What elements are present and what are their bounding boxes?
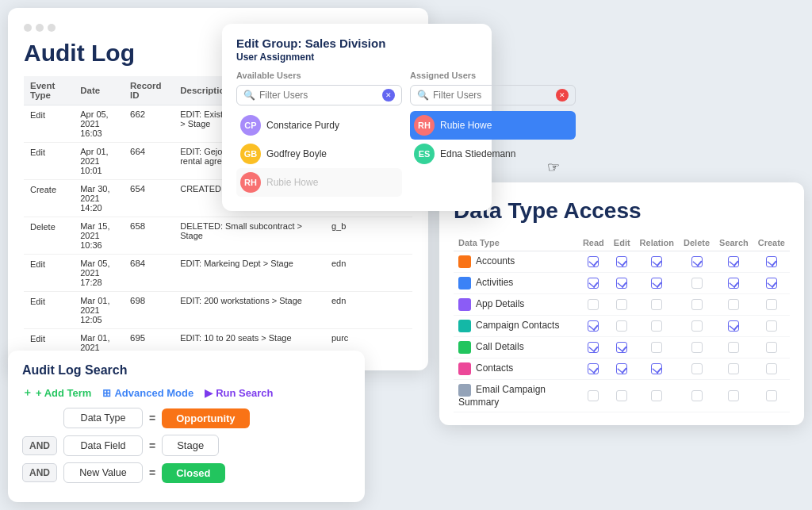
dt-search-cell[interactable] (714, 273, 753, 294)
search-checkbox[interactable] (728, 342, 739, 353)
dt-edit-cell[interactable] (609, 294, 635, 316)
dt-create-cell[interactable] (753, 273, 790, 294)
add-term-button[interactable]: ＋ + Add Term (22, 385, 91, 400)
dt-read-cell[interactable] (578, 251, 609, 273)
dt-edit-cell[interactable] (609, 337, 635, 359)
dt-delete-cell[interactable] (679, 294, 714, 316)
search-checkbox[interactable] (728, 320, 739, 332)
assigned-filter-clear[interactable]: ✕ (556, 89, 569, 102)
assigned-filter-bar[interactable]: 🔍 ✕ (410, 85, 576, 105)
create-checkbox[interactable] (766, 278, 777, 289)
advanced-mode-button[interactable]: ⊞ Advanced Mode (102, 387, 193, 399)
dt-create-cell[interactable] (753, 359, 790, 380)
field-box[interactable]: New Value (63, 462, 143, 483)
dt-search-cell[interactable] (714, 337, 753, 359)
dt-relation-cell[interactable] (635, 359, 679, 380)
delete-checkbox[interactable] (691, 278, 703, 289)
dt-delete-cell[interactable] (679, 359, 714, 380)
dt-edit-cell[interactable] (609, 251, 635, 273)
field-box[interactable]: Data Field (63, 435, 143, 456)
assigned-filter-input[interactable] (433, 90, 552, 101)
delete-checkbox[interactable] (691, 363, 703, 374)
dt-relation-cell[interactable] (635, 337, 679, 359)
list-item[interactable]: RH Rubie Howe (410, 111, 576, 140)
search-checkbox[interactable] (728, 256, 739, 267)
search-checkbox[interactable] (728, 278, 739, 289)
edit-checkbox[interactable] (616, 256, 627, 267)
edit-checkbox[interactable] (616, 320, 627, 332)
dt-delete-cell[interactable] (679, 380, 714, 412)
relation-checkbox[interactable] (651, 299, 662, 310)
dt-read-cell[interactable] (578, 273, 609, 294)
relation-checkbox[interactable] (651, 363, 662, 374)
search-checkbox[interactable] (728, 363, 739, 374)
relation-checkbox[interactable] (651, 256, 662, 267)
dt-search-cell[interactable] (714, 380, 753, 412)
delete-checkbox[interactable] (691, 256, 703, 267)
dt-read-cell[interactable] (578, 380, 609, 412)
dt-delete-cell[interactable] (679, 316, 714, 337)
relation-checkbox[interactable] (651, 320, 662, 332)
relation-checkbox[interactable] (651, 278, 662, 289)
read-checkbox[interactable] (588, 256, 599, 267)
available-filter-input[interactable] (259, 90, 378, 101)
edit-checkbox[interactable] (616, 299, 627, 310)
create-checkbox[interactable] (766, 390, 777, 401)
dt-read-cell[interactable] (578, 294, 609, 316)
value-box[interactable]: Closed (162, 463, 224, 483)
create-checkbox[interactable] (766, 342, 777, 353)
dt-create-cell[interactable] (753, 337, 790, 359)
read-checkbox[interactable] (588, 342, 599, 353)
search-checkbox[interactable] (728, 390, 739, 401)
dt-create-cell[interactable] (753, 294, 790, 316)
dt-relation-cell[interactable] (635, 380, 679, 412)
dt-read-cell[interactable] (578, 337, 609, 359)
dt-search-cell[interactable] (714, 359, 753, 380)
dt-delete-cell[interactable] (679, 251, 714, 273)
dt-delete-cell[interactable] (679, 273, 714, 294)
edit-checkbox[interactable] (616, 363, 627, 374)
field-box[interactable]: Data Type (63, 408, 143, 428)
delete-checkbox[interactable] (691, 299, 703, 310)
create-checkbox[interactable] (766, 256, 777, 267)
dt-search-cell[interactable] (714, 251, 753, 273)
list-item[interactable]: ES Edna Stiedemann (410, 140, 576, 168)
create-checkbox[interactable] (766, 363, 777, 374)
list-item[interactable]: GB Godfrey Boyle (236, 140, 402, 168)
delete-checkbox[interactable] (691, 390, 703, 401)
relation-checkbox[interactable] (651, 342, 662, 353)
dt-edit-cell[interactable] (609, 380, 635, 412)
read-checkbox[interactable] (588, 299, 599, 310)
dt-read-cell[interactable] (578, 359, 609, 380)
dt-delete-cell[interactable] (679, 337, 714, 359)
list-item[interactable]: CP Constarice Purdy (236, 111, 402, 140)
read-checkbox[interactable] (588, 390, 599, 401)
dt-read-cell[interactable] (578, 316, 609, 337)
create-checkbox[interactable] (766, 299, 777, 310)
dt-create-cell[interactable] (753, 380, 790, 412)
relation-checkbox[interactable] (651, 390, 662, 401)
dt-create-cell[interactable] (753, 316, 790, 337)
value-box[interactable]: Stage (162, 435, 219, 456)
read-checkbox[interactable] (588, 363, 599, 374)
available-filter-bar[interactable]: 🔍 ✕ (236, 85, 402, 105)
create-checkbox[interactable] (766, 320, 777, 332)
search-checkbox[interactable] (728, 299, 739, 310)
dt-relation-cell[interactable] (635, 251, 679, 273)
dt-search-cell[interactable] (714, 316, 753, 337)
run-search-button[interactable]: ▶ Run Search (205, 387, 273, 399)
list-item[interactable]: RH Rubie Howe (236, 168, 402, 197)
dt-relation-cell[interactable] (635, 316, 679, 337)
dt-relation-cell[interactable] (635, 273, 679, 294)
edit-checkbox[interactable] (616, 390, 627, 401)
dt-create-cell[interactable] (753, 251, 790, 273)
read-checkbox[interactable] (588, 278, 599, 289)
dt-relation-cell[interactable] (635, 294, 679, 316)
delete-checkbox[interactable] (691, 320, 703, 332)
dt-edit-cell[interactable] (609, 316, 635, 337)
delete-checkbox[interactable] (691, 342, 703, 353)
available-filter-clear[interactable]: ✕ (382, 89, 395, 102)
value-box[interactable]: Opportunity (162, 408, 249, 428)
edit-checkbox[interactable] (616, 278, 627, 289)
read-checkbox[interactable] (588, 320, 599, 332)
